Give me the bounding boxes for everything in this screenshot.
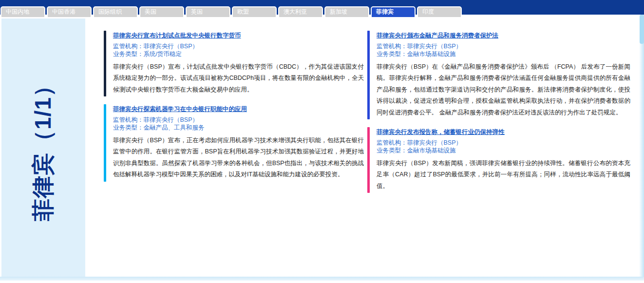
article-business-type: 业务类型：金融产品、工具和服务	[113, 124, 364, 132]
article-card-cbdc-pilot: 菲律宾央行宣布计划试点批发中央银行数字货币 监管机构：菲律宾央行（BSP） 业务…	[104, 31, 364, 96]
accent-bar	[104, 31, 106, 96]
tab-bar: 中国内地 中国香港 国际组织 美国 英国 欧盟 澳大利亚 新加坡 菲律宾 印度	[0, 0, 644, 15]
article-title-link[interactable]: 菲律宾央行探索机器学习在中央银行职能中的应用	[113, 106, 247, 113]
horizontal-scrollbar[interactable]	[0, 277, 644, 281]
article-card-machine-learning: 菲律宾央行探索机器学习在中央银行职能中的应用 监管机构：菲律宾央行（BSP） 业…	[104, 104, 364, 182]
articles-column-right: 菲律宾央行颁布金融产品和服务消费者保护法 监管机构：菲律宾央行（BSP） 业务类…	[367, 31, 630, 201]
article-title-link[interactable]: 菲律宾央行宣布计划试点批发中央银行数字货币	[113, 32, 241, 40]
section-sidebar: 菲律宾（1/1）	[1, 19, 85, 277]
tab-australia[interactable]: 澳大利亚	[278, 6, 323, 18]
tab-strip: 中国内地 中国香港 国际组织 美国 英国 欧盟 澳大利亚 新加坡 菲律宾 印度	[0, 6, 462, 18]
article-card-consumer-protection: 菲律宾央行颁布金融产品和服务消费者保护法 监管机构：菲律宾央行（BSP） 业务类…	[367, 31, 630, 119]
accent-bar	[367, 31, 370, 119]
tab-uk[interactable]: 英国	[186, 6, 230, 18]
article-business-type: 业务类型：金融市场基础设施	[377, 50, 630, 58]
article-title-link[interactable]: 菲律宾央行发布报告称，储蓄银行业仍保持弹性	[377, 129, 505, 136]
tab-usa[interactable]: 美国	[139, 6, 184, 18]
article-regulator: 监管机构：菲律宾央行（BSP）	[377, 42, 630, 50]
tab-eu[interactable]: 欧盟	[232, 6, 277, 18]
article-card-thrift-banks: 菲律宾央行发布报告称，储蓄银行业仍保持弹性 监管机构：菲律宾央行（BSP） 业务…	[367, 127, 630, 193]
tab-hong-kong[interactable]: 中国香港	[47, 6, 92, 18]
tab-philippines[interactable]: 菲律宾	[371, 6, 416, 18]
accent-bar	[104, 104, 106, 182]
article-regulator: 监管机构：菲律宾央行（BSP）	[113, 42, 364, 50]
article-summary: 菲律宾央行（BSP）发布新闻稿，强调菲律宾储蓄银行业的持续弹性。储蓄银行公布的资…	[377, 158, 630, 192]
scrollbar-thumb[interactable]	[640, 15, 644, 44]
section-page-label: 菲律宾（1/1）	[28, 74, 58, 221]
article-regulator: 监管机构：菲律宾央行（BSP）	[377, 139, 630, 147]
article-title-link[interactable]: 菲律宾央行颁布金融产品和服务消费者保护法	[377, 32, 498, 40]
tab-singapore[interactable]: 新加坡	[324, 6, 369, 18]
article-summary: 菲律宾央行（BSP）宣布，正在考虑如何应用机器学习技术来增强其央行职能，包括其在…	[113, 135, 364, 181]
article-summary: 菲律宾央行（BSP）宣布，计划试点批发中央银行数字货币（CBDC），作为其促进该…	[113, 61, 364, 96]
article-business-type: 业务类型：系统/货币稳定	[113, 50, 364, 58]
vertical-scrollbar[interactable]	[639, 15, 644, 277]
article-regulator: 监管机构：菲律宾央行（BSP）	[113, 116, 364, 124]
article-business-type: 业务类型：金融市场基础设施	[377, 147, 630, 154]
tab-international-org[interactable]: 国际组织	[93, 6, 138, 18]
accent-bar	[367, 127, 370, 193]
article-summary: 菲律宾央行（BSP）在《金融产品和服务消费者保护法》颁布后 （FCPA） 后发布…	[377, 61, 630, 119]
tab-india[interactable]: 印度	[417, 6, 462, 18]
tab-mainland-china[interactable]: 中国内地	[0, 6, 45, 18]
articles-column-left: 菲律宾央行宣布计划试点批发中央银行数字货币 监管机构：菲律宾央行（BSP） 业务…	[104, 31, 364, 189]
